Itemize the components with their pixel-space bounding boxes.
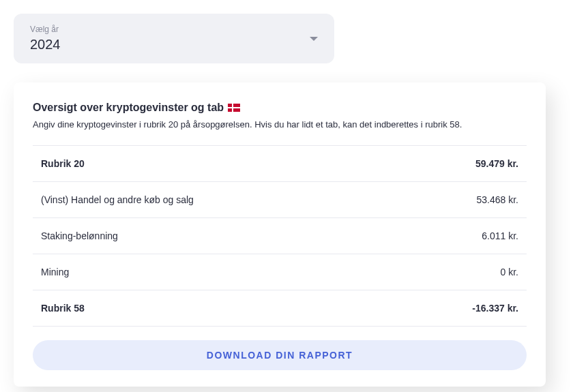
table-row: Mining 0 kr. xyxy=(33,254,527,290)
row-label: Staking-belønning xyxy=(41,230,118,241)
table-row: Rubrik 58 -16.337 kr. xyxy=(33,290,527,327)
table-row: (Vinst) Handel og andre køb og salg 53.4… xyxy=(33,182,527,218)
download-report-button[interactable]: DOWNLOAD DIN RAPPORT xyxy=(33,340,527,370)
row-label: Mining xyxy=(41,267,69,277)
row-label: (Vinst) Handel og andre køb og salg xyxy=(41,194,194,205)
card-subtitle: Angiv dine kryptogevinster i rubrik 20 p… xyxy=(33,118,527,132)
row-value: -16.337 kr. xyxy=(472,303,518,314)
year-selector[interactable]: Vælg år 2024 xyxy=(14,14,334,63)
row-label: Rubrik 58 xyxy=(41,303,85,314)
card-header: Oversigt over kryptogevinster og tab Ang… xyxy=(33,102,527,132)
year-selector-content: Vælg år 2024 xyxy=(30,25,61,52)
summary-rows: Rubrik 20 59.479 kr. (Vinst) Handel og a… xyxy=(33,145,527,327)
table-row: Rubrik 20 59.479 kr. xyxy=(33,146,527,182)
year-selector-value: 2024 xyxy=(30,37,61,52)
year-selector-label: Vælg år xyxy=(30,25,61,34)
card-title-text: Oversigt over kryptogevinster og tab xyxy=(33,102,224,114)
row-label: Rubrik 20 xyxy=(41,158,85,169)
card-title: Oversigt over kryptogevinster og tab xyxy=(33,102,240,114)
table-row: Staking-belønning 6.011 kr. xyxy=(33,218,527,254)
summary-card: Oversigt over kryptogevinster og tab Ang… xyxy=(14,82,546,387)
chevron-down-icon xyxy=(310,37,318,41)
row-value: 6.011 kr. xyxy=(482,230,518,241)
row-value: 0 kr. xyxy=(501,267,518,277)
row-value: 59.479 kr. xyxy=(475,158,518,169)
row-value: 53.468 kr. xyxy=(477,194,519,205)
denmark-flag-icon xyxy=(228,104,240,112)
